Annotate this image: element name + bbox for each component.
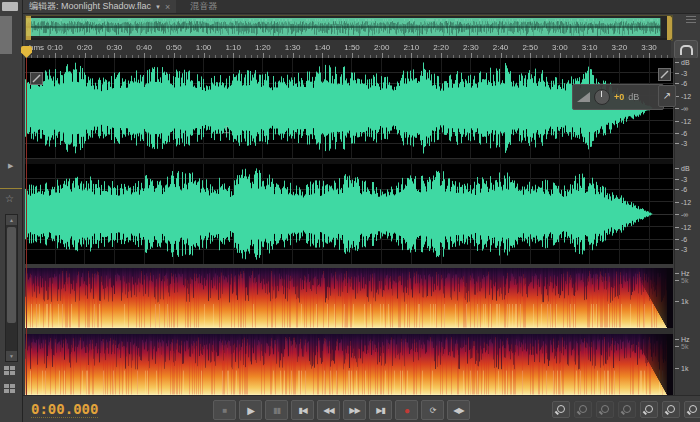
tab-mixer[interactable]: 混音器 <box>190 0 217 13</box>
zoom-out-vertical-button[interactable] <box>618 401 636 418</box>
overview-waveform[interactable] <box>26 16 670 38</box>
scale-label: -6 <box>681 236 687 243</box>
magnifier-icon <box>623 405 631 413</box>
transport-controls: ■ ▶ ▮▮ ▮◀ ◀◀ ▶▶ ▶▮ ● ⟳ ◀▶ <box>213 400 470 420</box>
zoom-to-out-point-button[interactable] <box>662 401 680 418</box>
gain-hud[interactable]: +0 dB <box>572 84 664 110</box>
scale-label: -∞ <box>681 105 688 112</box>
pause-button[interactable]: ▮▮ <box>265 400 288 420</box>
scale-label: -3 <box>681 175 687 182</box>
preview-play-icon[interactable]: ▶ <box>8 162 13 170</box>
waveform-channel-right[interactable] <box>25 164 673 264</box>
scale-label: -∞ <box>681 211 688 218</box>
record-icon: ● <box>404 405 409 416</box>
scale-label: -6 <box>681 130 687 137</box>
volume-ramp-icon <box>577 92 590 102</box>
magnet-icon <box>680 45 693 55</box>
skip-start-icon: ▮◀ <box>298 406 307 415</box>
navigator-left-handle[interactable] <box>26 16 31 40</box>
scale-label: -6 <box>681 186 687 193</box>
navigator-right-handle[interactable] <box>667 16 672 40</box>
gain-knob[interactable] <box>594 89 610 105</box>
skip-to-start-button[interactable]: ▮◀ <box>291 400 314 420</box>
scale-label: dB <box>681 165 690 172</box>
record-button[interactable]: ● <box>395 400 418 420</box>
view-grid-icon[interactable] <box>4 366 16 376</box>
status-bar: 0:00.000 ■ ▶ ▮▮ ▮◀ ◀◀ ▶▶ ▶▮ ● ⟳ ◀▶ <box>23 395 700 422</box>
spectrogram-channel-right[interactable] <box>25 334 673 395</box>
scale-label: 5k <box>681 343 688 350</box>
favorites-star-icon[interactable]: ☆ <box>5 193 14 204</box>
scale-label: -6 <box>681 80 687 87</box>
magnifier-icon <box>579 405 587 413</box>
panel-corner-button[interactable] <box>2 2 18 11</box>
stop-button[interactable]: ■ <box>213 400 236 420</box>
magnifier-icon <box>601 405 609 413</box>
channel-level-widget-left[interactable] <box>30 72 43 85</box>
adjacent-panel-edge <box>0 16 12 54</box>
playhead-line <box>26 58 27 395</box>
scroll-up-icon[interactable]: ▲ <box>6 215 17 225</box>
magnifier-icon <box>689 405 697 413</box>
scale-label: -12 <box>681 198 691 205</box>
zoom-out-button[interactable] <box>574 401 592 418</box>
play-icon: ▶ <box>247 405 254 416</box>
tab-editor[interactable]: 编辑器: Moonlight Shadow.flac ▼ × <box>23 0 176 13</box>
play-button[interactable]: ▶ <box>239 400 262 420</box>
zoom-in-button[interactable] <box>552 401 570 418</box>
spectrogram-channel-left[interactable] <box>25 268 673 328</box>
magnifier-icon <box>557 405 565 413</box>
scale-label: 1k <box>681 364 688 371</box>
scale-label: -12 <box>681 117 691 124</box>
scale-label: Hz <box>681 336 690 343</box>
scrollbar-thumb[interactable] <box>7 227 16 323</box>
left-panel-scrollbar[interactable]: ▲ ▼ <box>5 214 18 362</box>
scale-label: -12 <box>681 223 691 230</box>
loop-playback-button[interactable]: ⟳ <box>421 400 444 420</box>
scale-label: -3 <box>681 69 687 76</box>
scale-label: 5k <box>681 277 688 284</box>
rewind-button[interactable]: ◀◀ <box>317 400 340 420</box>
view-list-icon[interactable] <box>4 384 16 394</box>
loop-icon: ⟳ <box>430 406 436 415</box>
scale-label: dB <box>681 59 690 66</box>
timeline-ruler[interactable]: hms 0:100:200:300:400:501:001:101:201:30… <box>25 40 671 58</box>
channel-level-widget-right[interactable] <box>658 68 671 81</box>
left-panel-sliver: ▶ ☆ ▲ ▼ <box>0 0 23 422</box>
hud-pin-button[interactable]: ↗ <box>658 85 676 107</box>
magnifier-icon <box>667 405 675 413</box>
skip-to-end-button[interactable]: ▶▮ <box>369 400 392 420</box>
scroll-down-icon[interactable]: ▼ <box>6 351 17 361</box>
panel-menu-icon[interactable] <box>686 16 696 24</box>
close-icon[interactable]: × <box>165 2 170 12</box>
fast-forward-button[interactable]: ▶▶ <box>343 400 366 420</box>
vertical-scales[interactable]: dB-3-6-12-∞-12-6-3dB-3-6-12-∞-12-6-3Hz5k… <box>674 58 700 395</box>
zoom-in-vertical-button[interactable] <box>596 401 614 418</box>
gain-value[interactable]: +0 <box>614 92 624 102</box>
zoom-to-in-point-button[interactable] <box>640 401 658 418</box>
editor-tab-label: 编辑器: Moonlight Shadow.flac <box>29 0 151 13</box>
scale-label: -12 <box>681 92 691 99</box>
pin-icon: ↗ <box>663 90 671 101</box>
chevron-down-icon[interactable]: ▼ <box>155 4 161 10</box>
scale-label: Hz <box>681 270 690 277</box>
time-display[interactable]: 0:00.000 <box>31 401 98 418</box>
scale-label: 1k <box>681 298 688 305</box>
move-playhead-icon: ◀▶ <box>453 406 463 415</box>
gain-unit-label: dB <box>628 92 639 102</box>
snap-toggle-button[interactable] <box>674 40 698 59</box>
mixer-tab-label: 混音器 <box>190 1 217 11</box>
fast-forward-icon: ▶▶ <box>349 406 359 415</box>
zoom-navigator[interactable] <box>25 15 673 41</box>
zoom-controls <box>552 401 694 418</box>
skip-end-icon: ▶▮ <box>376 406 385 415</box>
magnifier-icon <box>645 405 653 413</box>
scale-label: -3 <box>681 140 687 147</box>
scale-label: -3 <box>681 246 687 253</box>
mouse-cursor: ⌶ <box>224 124 232 136</box>
pause-icon: ▮▮ <box>273 406 280 415</box>
panel-focus-border <box>0 188 22 189</box>
spectral-display[interactable] <box>25 268 673 395</box>
move-playhead-button[interactable]: ◀▶ <box>447 400 470 420</box>
zoom-to-selection-button[interactable] <box>684 401 700 418</box>
